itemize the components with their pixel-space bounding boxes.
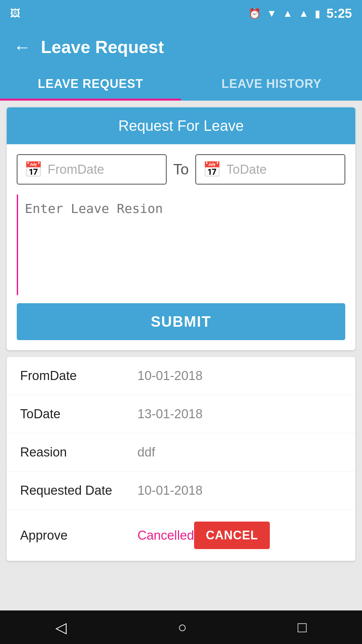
date-row: 📅 FromDate To 📅 ToDate (17, 154, 345, 184)
record-label-todate: ToDate (20, 407, 137, 421)
wifi-icon: ▼ (267, 8, 277, 19)
record-label-reasion: Reasion (20, 445, 137, 460)
reason-textarea[interactable] (17, 195, 345, 295)
record-value-todate: 13-01-2018 (137, 407, 342, 421)
record-row-todate: ToDate 13-01-2018 (7, 395, 355, 433)
record-card: FromDate 10-01-2018 ToDate 13-01-2018 Re… (7, 357, 355, 561)
to-date-field[interactable]: 📅 ToDate (195, 154, 345, 184)
record-label-requested-date: Requested Date (20, 483, 137, 498)
from-date-field[interactable]: 📅 FromDate (17, 154, 167, 184)
nav-recents-button[interactable]: □ (298, 619, 307, 636)
main-content: Request For Leave 📅 FromDate To 📅 ToDate… (0, 101, 362, 610)
tab-leave-history[interactable]: LEAVE HISTORY (181, 67, 362, 101)
record-label-fromdate: FromDate (20, 369, 137, 383)
leave-card-header: Request For Leave (7, 107, 355, 144)
status-time: 5:25 (326, 6, 352, 21)
approve-status: Cancelled (137, 528, 194, 543)
calendar-to-icon: 📅 (203, 161, 221, 178)
gallery-icon: 🖼 (10, 8, 20, 19)
tabs-bar: LEAVE REQUEST LEAVE HISTORY (0, 67, 362, 101)
cancel-button[interactable]: CANCEL (194, 522, 270, 549)
to-date-placeholder: ToDate (226, 162, 266, 177)
record-value-fromdate: 10-01-2018 (137, 369, 342, 383)
record-value-reasion: ddf (137, 445, 342, 460)
leave-card-body: 📅 FromDate To 📅 ToDate SUBMIT (7, 144, 355, 350)
record-row-reasion: Reasion ddf (7, 433, 355, 472)
record-label-approve: Approve (20, 528, 137, 543)
record-row-requested-date: Requested Date 10-01-2018 (7, 472, 355, 510)
tab-leave-request[interactable]: LEAVE REQUEST (0, 67, 181, 101)
bottom-nav: ◁ ○ □ (0, 610, 362, 644)
battery-icon: ▮ (315, 8, 320, 19)
to-label: To (173, 161, 189, 178)
record-value-requested-date: 10-01-2018 (137, 483, 342, 498)
header: ← Leave Request (0, 27, 362, 67)
calendar-from-icon: 📅 (24, 161, 43, 178)
nav-home-button[interactable]: ○ (178, 619, 187, 636)
alarm-icon: ⏰ (248, 8, 261, 19)
record-row-fromdate: FromDate 10-01-2018 (7, 357, 355, 395)
header-title: Leave Request (41, 37, 164, 57)
back-button[interactable]: ← (13, 37, 31, 57)
nav-back-button[interactable]: ◁ (55, 619, 67, 636)
signal2-icon: ▲ (299, 8, 309, 19)
leave-request-card: Request For Leave 📅 FromDate To 📅 ToDate… (7, 107, 355, 350)
from-date-placeholder: FromDate (48, 162, 104, 177)
status-bar: 🖼 ⏰ ▼ ▲ ▲ ▮ 5:25 (0, 0, 362, 27)
submit-button[interactable]: SUBMIT (17, 303, 345, 340)
signal-icon: ▲ (283, 8, 293, 19)
record-row-approve: Approve Cancelled CANCEL (7, 510, 355, 561)
